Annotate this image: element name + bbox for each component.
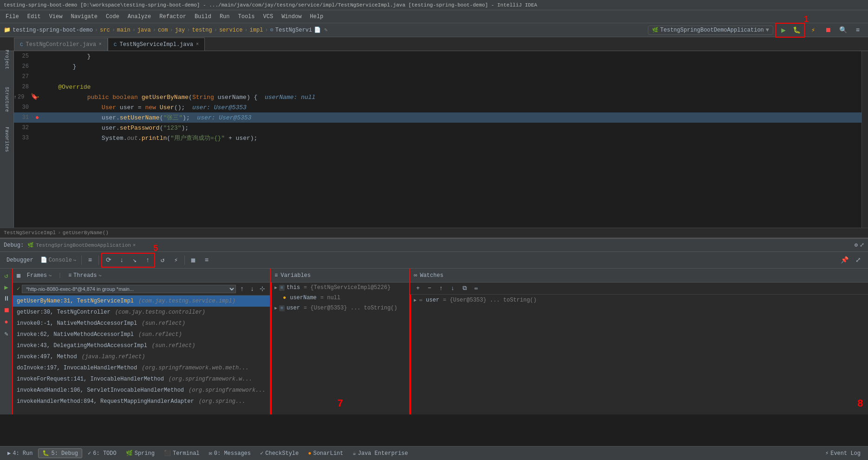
menu-view[interactable]: View xyxy=(46,13,66,21)
menu-edit[interactable]: Edit xyxy=(24,13,45,21)
tab-controller[interactable]: C TestNgController.java × xyxy=(14,38,108,51)
frame-row-5[interactable]: invoke:497, Method (java.lang.reflect) xyxy=(13,351,270,362)
status-spring-tab[interactable]: 🌿 Spring xyxy=(122,449,158,458)
remove-watch-btn[interactable]: − xyxy=(424,284,435,293)
rerun-debug-btn[interactable]: ↺ xyxy=(1,270,12,281)
status-sonarlint-tab[interactable]: ● SonarLint xyxy=(304,449,347,458)
status-java-enterprise-tab[interactable]: ☕ Java Enterprise xyxy=(349,449,411,458)
menu-build[interactable]: Build xyxy=(191,13,215,21)
menu-refactor[interactable]: Refactor xyxy=(156,13,190,21)
debug-button[interactable]: 🐛 xyxy=(790,25,803,36)
mute-breakpoints-btn[interactable]: ● xyxy=(1,317,12,327)
favorites-panel-icon[interactable]: Favorites xyxy=(1,135,13,144)
stop-button[interactable]: ⏹ xyxy=(822,25,835,36)
debug-settings-icon[interactable]: ⚙ xyxy=(855,242,858,249)
tab-serviceimpl[interactable]: C TestNgServiceImpl.java × xyxy=(108,38,205,51)
status-debug-tab[interactable]: 🐛 5: Debug xyxy=(38,448,82,458)
nav-com[interactable]: com xyxy=(158,27,168,33)
frame-row-4[interactable]: invoke:43, DelegatingMethodAccessorImpl … xyxy=(13,340,270,351)
var-row-this[interactable]: ▶ ≡ this = {TestNgServiceImpl@5226} xyxy=(271,283,410,293)
menu-file[interactable]: File xyxy=(2,13,23,21)
menu-analyze[interactable]: Analyze xyxy=(124,13,155,21)
status-checkstyle-tab[interactable]: ✓ CheckStyle xyxy=(256,449,302,458)
threads-tab[interactable]: ≡ Threads ↪ xyxy=(65,271,104,280)
nav-main[interactable]: main xyxy=(117,27,131,33)
evaluate-expression-btn[interactable]: ⚡ xyxy=(170,254,182,266)
search-button[interactable]: 🔍 xyxy=(836,25,849,36)
status-run-tab[interactable]: ▶ 4: Run xyxy=(4,449,36,458)
frame-row-9[interactable]: invokeHandlerMethod:894, RequestMappingH… xyxy=(13,396,270,407)
var-row-username[interactable]: ● userName = null xyxy=(271,293,410,303)
status-event-log[interactable]: ⚡ Event Log xyxy=(822,449,864,458)
step-out-btn[interactable]: ↑ xyxy=(142,254,154,266)
force-step-into-btn[interactable]: ↘ xyxy=(129,254,141,266)
inline-watches-btn[interactable]: ∞ xyxy=(471,284,481,293)
thread-dropdown[interactable]: *http-nio-8080-exec-8*@4,874 in group *m… xyxy=(22,285,236,293)
nav-project[interactable]: 📁 xyxy=(4,26,11,33)
debug-expand-icon[interactable]: ⤢ xyxy=(860,242,864,249)
menu-navigate[interactable]: Navigate xyxy=(67,13,101,21)
debug-app-close[interactable]: × xyxy=(133,243,136,248)
resume-debug-btn[interactable]: ▶ xyxy=(1,282,12,292)
run-coverage-button[interactable]: ⚡ xyxy=(807,25,820,36)
tab-debugger[interactable]: Debugger xyxy=(4,254,36,266)
copy-watches-btn[interactable]: ⧉ xyxy=(459,284,470,293)
menu-help[interactable]: Help xyxy=(306,13,327,21)
frames-layout-btn[interactable]: ▦ xyxy=(187,254,199,266)
settings-layout-btn[interactable]: ≡ xyxy=(201,254,213,266)
run-config-selector[interactable]: 🌿 TestngSpringBootDemoApplication ▼ xyxy=(648,26,773,35)
pause-debug-btn[interactable]: ⏸ xyxy=(1,294,12,304)
thread-up-btn[interactable]: ↑ xyxy=(238,283,246,295)
code-editor[interactable]: 25 } 26 } 27 28 @Override ↑29 xyxy=(14,51,861,228)
frame-row-0[interactable]: getUserByName:31, TestNgServiceImpl (com… xyxy=(13,296,270,307)
frame-row-8[interactable]: invokeAndHandle:106, ServletInvocableHan… xyxy=(13,385,270,396)
menu-vcs[interactable]: VCS xyxy=(260,13,277,21)
run-to-cursor-btn[interactable]: ↺ xyxy=(157,254,169,266)
breakpoint-icon[interactable]: ● xyxy=(35,114,39,121)
nav-classname[interactable]: TestNgServi xyxy=(275,27,312,33)
frames-tab[interactable]: Frames ↪ xyxy=(24,271,54,280)
menu-window[interactable]: Window xyxy=(278,13,305,21)
tab-controller-close[interactable]: × xyxy=(99,42,102,47)
status-messages-tab[interactable]: ✉ 0: Messages xyxy=(205,449,255,458)
var-row-user[interactable]: ▶ ≡ user = {User@5353} ... toString() xyxy=(271,303,410,313)
status-todo-tab[interactable]: ✓ 6: TODO xyxy=(84,449,120,458)
nav-src[interactable]: src xyxy=(100,27,110,33)
frame-row-2[interactable]: invoke0:-1, NativeMethodAccessorImpl (su… xyxy=(13,318,270,329)
step-over-btn[interactable]: ⟳ xyxy=(103,254,115,266)
step-into-btn[interactable]: ↓ xyxy=(116,254,128,266)
pin-tab-btn[interactable]: 📌 xyxy=(838,254,850,266)
tab-serviceimpl-close[interactable]: × xyxy=(196,42,199,47)
menu-code[interactable]: Code xyxy=(102,13,123,21)
menu-tools[interactable]: Tools xyxy=(235,13,259,21)
watch-up-btn[interactable]: ↑ xyxy=(436,284,446,293)
show-frames-btn[interactable]: ≡ xyxy=(84,254,96,266)
nav-impl[interactable]: impl xyxy=(250,27,263,33)
clear-debug-btn[interactable]: ✎ xyxy=(1,329,12,339)
nav-class[interactable]: ⊙ xyxy=(270,26,274,33)
frame-row-7[interactable]: invokeForRequest:141, InvocableHandlerMe… xyxy=(13,374,270,385)
nav-jay[interactable]: jay xyxy=(175,27,185,33)
watch-row-user[interactable]: ▶ ∞ user = {User@5353} ... toString() xyxy=(410,295,868,306)
thread-down-btn[interactable]: ↓ xyxy=(248,283,256,295)
nav-project-name[interactable]: testing-spring-boot-demo xyxy=(13,27,93,33)
tab-console[interactable]: 📄 Console ↪ xyxy=(38,254,79,266)
more-actions-button[interactable]: ≡ xyxy=(851,25,864,36)
stop-debug-btn[interactable]: ⏹ xyxy=(1,305,12,315)
nav-service[interactable]: service xyxy=(219,27,242,33)
frame-row-1[interactable]: getUser:30, TestNgController (com.jay.te… xyxy=(13,307,270,318)
watch-down-btn[interactable]: ↓ xyxy=(448,284,458,293)
status-terminal-tab[interactable]: ⬛ Terminal xyxy=(160,449,203,458)
debug-run-button[interactable]: ▶ xyxy=(777,25,790,36)
nav-testng[interactable]: testng xyxy=(192,27,212,33)
nav-java[interactable]: java xyxy=(137,27,151,33)
structure-panel-icon[interactable]: Structure xyxy=(1,95,13,104)
frame-row-3[interactable]: invoke:62, NativeMethodAccessorImpl (sun… xyxy=(13,329,270,340)
frame-row-6[interactable]: doInvoke:197, InvocableHandlerMethod (or… xyxy=(13,362,270,374)
thread-filter-btn[interactable]: ⊹ xyxy=(258,283,267,295)
frames-list[interactable]: getUserByName:31, TestNgServiceImpl (com… xyxy=(13,296,270,414)
menu-run[interactable]: Run xyxy=(216,13,234,21)
restore-layout-btn[interactable]: ⤢ xyxy=(852,254,864,266)
add-watch-btn[interactable]: + xyxy=(413,284,423,293)
project-panel-icon[interactable]: Project xyxy=(1,55,13,64)
